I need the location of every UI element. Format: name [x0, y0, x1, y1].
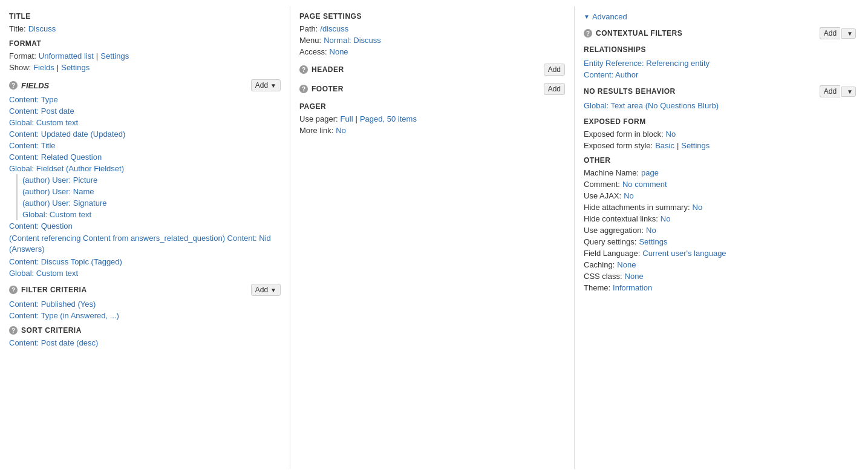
machine-name-value[interactable]: page [641, 168, 659, 177]
hide-attachments-value[interactable]: No [693, 203, 703, 212]
filter-add-arrow: ▼ [270, 287, 276, 293]
fields-heading: FIELDS [21, 81, 49, 90]
access-label: Access: [299, 47, 327, 56]
caching-value[interactable]: None [617, 260, 636, 269]
filter-help-icon[interactable]: ? [9, 286, 18, 294]
title-value-link[interactable]: Discuss [28, 24, 56, 33]
css-class-value[interactable]: None [625, 272, 644, 281]
use-aggregation-value[interactable]: No [646, 226, 656, 235]
fields-add-button[interactable]: Add ▼ [251, 79, 281, 91]
field-author-picture[interactable]: (author) User: Picture [22, 174, 281, 186]
fields-list: Content: Type Content: Post date Global:… [9, 94, 281, 279]
sort-heading: SORT CRITERIA [21, 326, 82, 335]
css-class-label: CSS class: [584, 272, 622, 281]
sort-help-icon[interactable]: ? [9, 326, 18, 335]
contextual-add-button[interactable]: Add [820, 27, 840, 39]
menu-label: Menu: [299, 36, 321, 45]
use-pager-label: Use pager: [299, 114, 338, 123]
theme-value[interactable]: Information [613, 283, 652, 292]
no-results-heading: NO RESULTS BEHAVIOR [584, 87, 820, 96]
more-link-value-link[interactable]: No [336, 126, 346, 135]
relationships-list: Entity Reference: Referencing entity Con… [584, 57, 856, 80]
exposed-form-heading: EXPOSED FORM [584, 117, 856, 126]
field-global-custom-text-nested[interactable]: Global: Custom text [22, 209, 281, 220]
rel-content-author[interactable]: Content: Author [584, 69, 856, 80]
page-settings-heading: PAGE SETTINGS [299, 12, 565, 21]
field-content-post-date[interactable]: Content: Post date [9, 105, 281, 117]
advanced-triangle-icon: ▼ [584, 13, 590, 20]
contextual-add-dropdown[interactable]: ▼ [841, 28, 856, 39]
pager-sep: | [356, 114, 357, 123]
pager-heading: PAGER [299, 102, 565, 111]
machine-name-label: Machine Name: [584, 168, 639, 177]
sort-post-date[interactable]: Content: Post date (desc) [9, 337, 281, 349]
no-results-add-button[interactable]: Add [820, 85, 840, 97]
title-heading: TITLE [9, 12, 281, 21]
header-help-icon[interactable]: ? [299, 65, 308, 74]
access-value-link[interactable]: None [330, 47, 348, 56]
field-content-title[interactable]: Content: Title [9, 140, 281, 151]
field-content-related-question[interactable]: Content: Related Question [9, 151, 281, 163]
rel-entity-reference[interactable]: Entity Reference: Referencing entity [584, 57, 856, 69]
header-add-button[interactable]: Add [544, 64, 565, 76]
show-fields-link[interactable]: Fields [33, 63, 54, 72]
menu-value-link[interactable]: Normal: Discuss [324, 36, 381, 45]
filter-type[interactable]: Content: Type (in Answered, ...) [9, 310, 281, 321]
field-content-updated-date[interactable]: Content: Updated date (Updated) [9, 128, 281, 140]
advanced-toggle[interactable]: ▼ Advanced [584, 12, 856, 21]
theme-label: Theme: [584, 283, 610, 292]
field-language-value[interactable]: Current user's language [642, 249, 726, 258]
filter-add-button[interactable]: Add ▼ [251, 284, 281, 296]
use-ajax-value[interactable]: No [624, 191, 634, 200]
query-settings-label: Query settings: [584, 237, 636, 246]
exposed-style-sep: | [677, 141, 679, 150]
more-link-label: More link: [299, 126, 333, 135]
caching-label: Caching: [584, 260, 615, 269]
field-language-label: Field Language: [584, 249, 640, 258]
filter-published[interactable]: Content: Published (Yes) [9, 298, 281, 310]
exposed-in-block-value[interactable]: No [666, 129, 676, 139]
field-author-name[interactable]: (author) User: Name [22, 186, 281, 197]
use-pager-paged-link[interactable]: Paged, 50 items [360, 114, 417, 123]
show-label: Show: [9, 63, 31, 72]
field-global-custom-text-2[interactable]: Global: Custom text [9, 267, 281, 279]
field-author-signature[interactable]: (author) User: Signature [22, 197, 281, 209]
no-results-list: Global: Text area (No Questions Blurb) [584, 100, 856, 111]
query-settings-value[interactable]: Settings [639, 237, 667, 246]
exposed-in-block-label: Exposed form in block: [584, 129, 664, 139]
exposed-style-settings[interactable]: Settings [681, 141, 710, 150]
hide-attachments-label: Hide attachments in summary: [584, 203, 690, 212]
advanced-label: Advanced [592, 12, 627, 21]
hide-contextual-value[interactable]: No [661, 214, 671, 223]
contextual-arrow-icon: ▼ [847, 30, 853, 37]
show-settings-link[interactable]: Settings [61, 63, 90, 72]
field-global-fieldset[interactable]: Global: Fieldset (Author Fieldset) [9, 163, 281, 174]
show-sep: | [57, 63, 59, 72]
no-results-add-dropdown[interactable]: ▼ [841, 87, 856, 97]
field-content-nid-answers[interactable]: (Content referencing Content from answer… [9, 232, 281, 256]
exposed-style-label: Exposed form style: [584, 141, 653, 150]
relationships-heading: RELATIONSHIPS [584, 45, 856, 54]
fields-help-icon[interactable]: ? [9, 81, 18, 90]
footer-add-button[interactable]: Add [544, 83, 565, 95]
contextual-help-icon[interactable]: ? [584, 29, 592, 38]
footer-help-icon[interactable]: ? [299, 85, 308, 93]
path-label: Path: [299, 24, 318, 33]
title-label: Title: [9, 24, 26, 33]
field-content-type[interactable]: Content: Type [9, 94, 281, 105]
field-content-discuss-topic[interactable]: Content: Discuss Topic (Tagged) [9, 256, 281, 267]
path-value-link[interactable]: /discuss [320, 24, 348, 33]
format-settings-link[interactable]: Settings [100, 51, 129, 61]
comment-label: Comment: [584, 180, 620, 189]
fields-add-arrow: ▼ [270, 82, 276, 89]
use-pager-full-link[interactable]: Full [341, 114, 353, 123]
hide-contextual-label: Hide contextual links: [584, 214, 658, 223]
no-results-text-area[interactable]: Global: Text area (No Questions Blurb) [584, 100, 856, 111]
contextual-filters-heading: CONTEXTUAL FILTERS [596, 29, 820, 38]
filter-heading: FILTER CRITERIA [21, 286, 87, 294]
exposed-style-value[interactable]: Basic [655, 141, 674, 150]
field-global-custom-text-1[interactable]: Global: Custom text [9, 117, 281, 128]
field-content-question[interactable]: Content: Question [9, 220, 281, 232]
comment-value[interactable]: No comment [622, 180, 667, 189]
format-value-link[interactable]: Unformatted list [39, 51, 94, 61]
